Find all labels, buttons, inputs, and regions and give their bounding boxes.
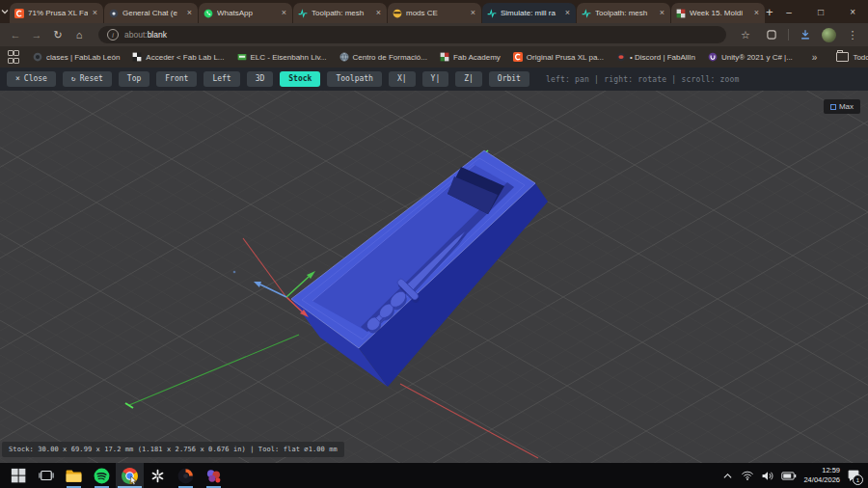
all-bookmarks-label: Todos los marcadores bbox=[853, 53, 868, 62]
volume-icon[interactable] bbox=[761, 470, 774, 482]
taskbar-berries-app[interactable] bbox=[200, 463, 228, 488]
taskbar-chrome[interactable] bbox=[116, 463, 144, 488]
browser-menu-icon[interactable]: ⋮ bbox=[843, 25, 862, 44]
all-bookmarks-button[interactable]: Todos los marcadores bbox=[832, 50, 868, 64]
bookmark-item[interactable]: Acceder < Fab Lab L... bbox=[128, 50, 228, 64]
close-window-button[interactable]: × bbox=[837, 0, 868, 23]
checker-favicon-icon bbox=[440, 52, 449, 62]
tab-close-icon[interactable]: × bbox=[659, 9, 665, 17]
max-label: Max bbox=[839, 102, 854, 111]
taskbar-spotify[interactable] bbox=[88, 463, 116, 488]
taskbar-clock[interactable]: 12:59 24/04/2026 bbox=[803, 466, 840, 485]
tab-title: Week 15. Moldi bbox=[690, 9, 749, 17]
taskbar-orange-app[interactable] bbox=[172, 463, 200, 488]
tab-close-icon[interactable]: × bbox=[753, 9, 760, 17]
tab-close-icon[interactable]: × bbox=[564, 9, 571, 17]
profile-avatar[interactable] bbox=[822, 28, 836, 42]
button-label: Orbit bbox=[498, 75, 521, 83]
tray-chevron-up-icon[interactable] bbox=[721, 470, 734, 482]
taskbar-file-explorer[interactable] bbox=[60, 463, 88, 488]
circle-dark-favicon-icon bbox=[33, 52, 42, 62]
toolpath-button[interactable]: Toolpath bbox=[327, 71, 382, 87]
orange-app-icon bbox=[176, 467, 195, 485]
browser-tab[interactable]: Simulate: mill ra× bbox=[482, 3, 576, 23]
new-tab-button[interactable]: + bbox=[766, 0, 773, 23]
stock-button[interactable]: Stock bbox=[280, 71, 320, 87]
x-button[interactable]: X| bbox=[389, 71, 416, 87]
green-card-favicon-icon bbox=[237, 52, 247, 62]
y-button[interactable]: Y| bbox=[422, 71, 449, 87]
bookmark-item[interactable]: Centro de Formació... bbox=[336, 50, 431, 64]
wifi-icon[interactable] bbox=[741, 470, 754, 481]
bookmark-item[interactable]: clases | FabLab León bbox=[29, 50, 123, 64]
back-button[interactable]: ← bbox=[6, 25, 25, 44]
whatsapp-favicon-icon bbox=[203, 9, 213, 18]
file-explorer-icon bbox=[65, 467, 83, 485]
discord-favicon-icon bbox=[616, 52, 626, 62]
minimize-button[interactable]: – bbox=[773, 0, 805, 23]
tab-close-icon[interactable]: × bbox=[375, 9, 382, 17]
bookmark-label: clases | FabLab León bbox=[46, 53, 120, 62]
maximize-button[interactable]: □ bbox=[805, 0, 837, 23]
top-button[interactable]: Top bbox=[119, 71, 149, 87]
bookmark-item[interactable]: • Discord | FabAllIn bbox=[612, 50, 699, 64]
checker-favicon-icon bbox=[676, 9, 686, 18]
tab-close-icon[interactable]: × bbox=[92, 9, 98, 17]
taskbar-task-view[interactable] bbox=[32, 463, 60, 488]
chat-favicon-icon bbox=[109, 9, 119, 18]
bookmarks-bar: clases | FabLab LeónAcceder < Fab Lab L.… bbox=[0, 46, 868, 68]
window-controls: – □ × bbox=[773, 0, 868, 23]
bookmark-label: Acceder < Fab Lab L... bbox=[146, 53, 224, 62]
scene-canvas[interactable] bbox=[0, 91, 868, 463]
bookmark-item[interactable]: ELC - Eisenbahn Liv... bbox=[233, 50, 331, 64]
tab-close-icon[interactable]: × bbox=[281, 9, 287, 17]
3d-button[interactable]: 3D bbox=[247, 71, 274, 87]
tab-close-icon[interactable]: × bbox=[470, 9, 476, 17]
browser-tab[interactable]: WhatsApp× bbox=[199, 3, 292, 23]
battery-icon[interactable] bbox=[781, 471, 797, 481]
url-bar[interactable]: i about:blank bbox=[98, 26, 726, 43]
globe-favicon-icon bbox=[339, 52, 349, 62]
reset-button[interactable]: ↻Reset bbox=[63, 71, 112, 87]
left-button[interactable]: Left bbox=[203, 71, 239, 87]
system-tray: 12:59 24/04/2026 1 bbox=[721, 466, 864, 485]
browser-tab[interactable]: Toolpath: mesh× bbox=[577, 3, 670, 23]
orbit-button[interactable]: Orbit bbox=[489, 71, 529, 87]
browser-tab[interactable]: Week 15. Moldi× bbox=[671, 3, 765, 23]
taskbar-chatgpt[interactable] bbox=[144, 463, 172, 488]
browser-tab[interactable]: General Chat (e× bbox=[104, 3, 198, 23]
bookmark-item[interactable]: Unity® 2021 y C# |... bbox=[704, 50, 797, 64]
close-button[interactable]: ×Close bbox=[7, 71, 56, 87]
task-view-icon bbox=[38, 467, 55, 484]
browser-tab[interactable]: mods CE× bbox=[388, 3, 481, 23]
viewport-3d[interactable]: Max Stock: 30.00 x 69.99 x 17.2 mm (1.18… bbox=[0, 91, 868, 463]
bookmark-item[interactable]: Original Prusa XL pa... bbox=[509, 50, 608, 64]
bookmark-item[interactable]: Fab Academy bbox=[436, 50, 504, 64]
bookmark-star-icon[interactable]: ☆ bbox=[736, 25, 755, 44]
browser-tab[interactable]: Toolpath: mesh× bbox=[293, 3, 387, 23]
bookmarks-overflow-icon[interactable]: » bbox=[808, 52, 822, 63]
notification-center[interactable]: 1 bbox=[847, 469, 860, 482]
extensions-icon[interactable] bbox=[762, 25, 781, 44]
browser-tab[interactable]: 71% Prusa XL Fa× bbox=[10, 3, 103, 23]
mouse-hint-text: left: pan | right: rotate | scroll: zoom bbox=[546, 75, 740, 84]
tab-close-icon[interactable]: × bbox=[186, 9, 193, 17]
z-button[interactable]: Z| bbox=[455, 71, 482, 87]
url-text: about:blank bbox=[124, 30, 167, 40]
home-button[interactable]: ⌂ bbox=[69, 25, 89, 44]
reload-button[interactable]: ↻ bbox=[48, 25, 68, 44]
tray-time: 12:59 bbox=[803, 466, 840, 475]
forward-button[interactable]: → bbox=[27, 25, 46, 44]
button-label: Reset bbox=[80, 75, 103, 83]
page-info-icon[interactable]: i bbox=[107, 29, 119, 41]
download-icon[interactable] bbox=[796, 25, 815, 44]
front-button[interactable]: Front bbox=[156, 71, 197, 87]
tab-search-icon[interactable] bbox=[0, 0, 10, 23]
tab-title: Toolpath: mesh bbox=[312, 9, 371, 17]
unity-favicon-icon bbox=[708, 52, 718, 62]
taskbar-start[interactable] bbox=[4, 463, 32, 488]
apps-grid-icon[interactable] bbox=[8, 50, 17, 64]
stock-model bbox=[291, 150, 548, 387]
max-button[interactable]: Max bbox=[824, 99, 860, 114]
status-bar: Stock: 30.00 x 69.99 x 17.2 mm (1.181 x … bbox=[2, 442, 344, 457]
